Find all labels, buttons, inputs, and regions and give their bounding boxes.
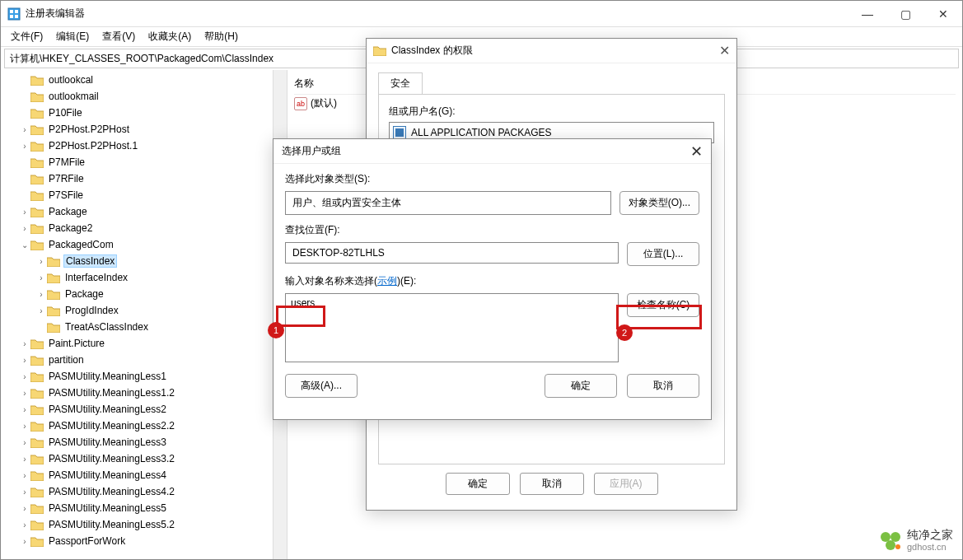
menu-view[interactable]: 查看(V) — [96, 28, 142, 45]
tree-item[interactable]: ›Package — [1, 203, 287, 220]
tree-item[interactable]: ⌄PackagedCom — [1, 236, 287, 253]
folder-icon — [30, 470, 44, 481]
chevron-right-icon[interactable]: › — [19, 208, 30, 217]
tree-item[interactable]: ›Package — [1, 286, 287, 302]
tree-item-label: PASMUtility.MeaningLess1.2 — [47, 387, 176, 399]
tree-item-label: PASMUtility.MeaningLess5.2 — [47, 519, 176, 530]
object-names-input[interactable]: users — [285, 293, 619, 362]
chevron-right-icon[interactable]: › — [19, 422, 30, 431]
chevron-right-icon[interactable]: › — [19, 142, 30, 151]
tree-item[interactable]: TreatAsClassIndex — [1, 319, 287, 335]
chevron-down-icon[interactable]: ⌄ — [19, 240, 30, 250]
chevron-right-icon[interactable]: › — [19, 488, 30, 497]
object-types-button[interactable]: 对象类型(O)... — [619, 191, 699, 215]
tree-item[interactable]: P10File — [1, 105, 287, 121]
chevron-right-icon[interactable]: › — [35, 273, 47, 282]
folder-icon — [30, 141, 44, 152]
chevron-right-icon[interactable]: › — [19, 224, 30, 233]
chevron-right-icon[interactable]: › — [35, 257, 47, 266]
tree-item[interactable]: ›PASMUtility.MeaningLess1.2 — [1, 385, 287, 401]
apply-button[interactable]: 应用(A) — [594, 473, 658, 495]
close-icon[interactable]: ✕ — [690, 142, 703, 161]
chevron-right-icon[interactable]: › — [19, 537, 30, 546]
tree-item[interactable]: P7MFile — [1, 154, 287, 170]
svg-rect-5 — [395, 128, 404, 137]
tree-item[interactable]: outlookmail — [1, 88, 287, 105]
tree-item[interactable]: ›InterfaceIndex — [1, 269, 287, 286]
tree-item-label: PackagedCom — [47, 239, 115, 250]
menu-help[interactable]: 帮助(H) — [198, 28, 245, 45]
ok-button[interactable]: 确定 — [446, 473, 510, 495]
tree-item[interactable]: ›PASMUtility.MeaningLess2.2 — [1, 418, 287, 434]
tree-item[interactable]: ›PASMUtility.MeaningLess4 — [1, 467, 287, 483]
tree-item-label: P7MFile — [47, 156, 86, 168]
tree-item[interactable]: P7RFile — [1, 170, 287, 187]
chevron-right-icon[interactable]: › — [19, 125, 30, 134]
advanced-button[interactable]: 高级(A)... — [285, 374, 358, 398]
folder-icon — [47, 273, 60, 283]
tree-item[interactable]: ›ClassIndex — [1, 253, 287, 269]
folder-icon — [30, 536, 44, 547]
tree-item[interactable]: ›partition — [1, 352, 287, 368]
folder-icon — [30, 404, 44, 415]
tree-item[interactable]: ›PASMUtility.MeaningLess5.2 — [1, 516, 287, 533]
chevron-right-icon[interactable]: › — [19, 520, 30, 530]
address-text: 计算机\HKEY_CLASSES_ROOT\PackagedCom\ClassI… — [10, 52, 273, 66]
menu-edit[interactable]: 编辑(E) — [49, 28, 96, 45]
tree-item[interactable]: ›PASMUtility.MeaningLess1 — [1, 368, 287, 385]
menu-file[interactable]: 文件(F) — [4, 28, 49, 45]
object-type-field[interactable]: 用户、组或内置安全主体 — [285, 191, 611, 215]
chevron-right-icon[interactable]: › — [19, 389, 30, 398]
tree-item[interactable]: ›PASMUtility.MeaningLess3 — [1, 434, 287, 450]
chevron-right-icon[interactable]: › — [19, 356, 30, 365]
tree-item[interactable]: ›P2PHost.P2PHost.1 — [1, 138, 287, 154]
close-icon[interactable]: ✕ — [719, 43, 730, 58]
tree-item-label: P2PHost.P2PHost.1 — [47, 140, 139, 152]
chevron-right-icon[interactable]: › — [19, 471, 30, 480]
tree-item[interactable]: ›P2PHost.P2PHost — [1, 121, 287, 138]
folder-icon — [30, 223, 44, 234]
cancel-button[interactable]: 取消 — [627, 374, 699, 398]
tree-item[interactable]: ›Paint.Picture — [1, 335, 287, 352]
tree-item[interactable]: ›PassportForWork — [1, 533, 287, 549]
folder-icon — [30, 207, 44, 217]
examples-link[interactable]: 示例 — [377, 275, 397, 287]
tree-item[interactable]: ›PASMUtility.MeaningLess2 — [1, 401, 287, 418]
chevron-right-icon[interactable]: › — [19, 455, 30, 464]
chevron-right-icon[interactable]: › — [19, 405, 30, 414]
chevron-right-icon[interactable]: › — [19, 504, 30, 513]
tree-item-label: Paint.Picture — [47, 338, 106, 349]
tree-item[interactable]: ›PASMUtility.MeaningLess5 — [1, 500, 287, 516]
menu-favorites[interactable]: 收藏夹(A) — [142, 28, 198, 45]
cancel-button[interactable]: 取消 — [520, 473, 584, 495]
svg-point-8 — [886, 540, 895, 550]
folder-icon — [47, 289, 60, 300]
location-field[interactable]: DESKTOP-82TLHLS — [285, 242, 619, 264]
object-type-label: 选择此对象类型(S): — [285, 172, 699, 186]
chevron-right-icon[interactable]: › — [35, 306, 47, 315]
tree-item[interactable]: outlookcal — [1, 72, 287, 88]
tree-panel[interactable]: outlookcaloutlookmailP10File›P2PHost.P2P… — [1, 70, 287, 559]
folder-icon — [30, 388, 44, 399]
folder-icon — [30, 174, 44, 184]
minimize-button[interactable]: — — [848, 1, 886, 27]
tree-item[interactable]: ›PASMUtility.MeaningLess3.2 — [1, 450, 287, 467]
tree-item[interactable]: P7SFile — [1, 187, 287, 203]
ok-button[interactable]: 确定 — [545, 374, 617, 398]
tree-item[interactable]: ›Package2 — [1, 220, 287, 236]
tree-item[interactable]: ›PASMUtility.MeaningLess4.2 — [1, 483, 287, 500]
window-title: 注册表编辑器 — [26, 7, 848, 21]
svg-point-7 — [891, 532, 900, 542]
chevron-right-icon[interactable]: › — [19, 438, 30, 447]
app-icon — [7, 7, 21, 21]
chevron-right-icon[interactable]: › — [19, 339, 30, 348]
tab-security[interactable]: 安全 — [378, 72, 423, 95]
locations-button[interactable]: 位置(L)... — [627, 242, 699, 266]
maximize-button[interactable]: ▢ — [886, 1, 924, 27]
check-names-button[interactable]: 检查名称(C) — [627, 293, 699, 317]
chevron-right-icon[interactable]: › — [35, 290, 47, 299]
tree-item[interactable]: ›ProgIdIndex — [1, 302, 287, 319]
close-button[interactable]: ✕ — [924, 1, 962, 27]
chevron-right-icon[interactable]: › — [19, 372, 30, 381]
tree-item-label: PASMUtility.MeaningLess4 — [47, 469, 168, 481]
